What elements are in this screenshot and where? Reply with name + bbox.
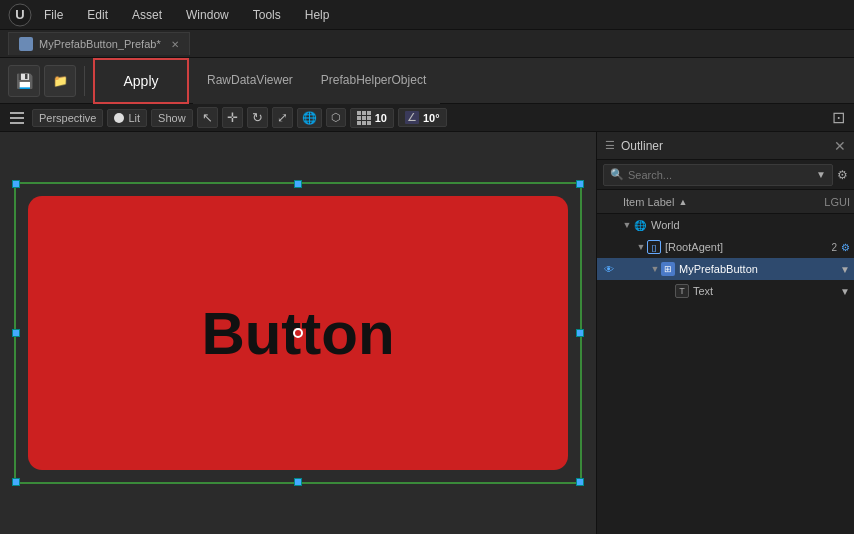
prefab-expand-arrow[interactable]: ▼: [649, 263, 661, 275]
tree-item-myprefab[interactable]: 👁 ▼ ⊞ MyPrefabButton ▼: [597, 258, 854, 280]
svg-text:U: U: [15, 7, 24, 22]
move-icon: ✛: [227, 110, 238, 125]
prefab-label: MyPrefabButton: [679, 263, 840, 275]
angle-snap-button[interactable]: ∠ 10°: [398, 108, 447, 127]
menu-help[interactable]: Help: [301, 6, 334, 24]
tab-bar: MyPrefabButton_Prefab* ✕: [0, 30, 854, 58]
menu-asset[interactable]: Asset: [128, 6, 166, 24]
search-icon: 🔍: [610, 168, 624, 181]
ue-logo: U: [8, 3, 32, 27]
handle-top-right[interactable]: [576, 180, 584, 188]
lit-button[interactable]: Lit: [107, 109, 147, 127]
center-handle[interactable]: [293, 328, 303, 338]
viewport-content: Button: [0, 132, 596, 534]
world-label: World: [651, 219, 850, 231]
toolbar-separator: [84, 66, 85, 96]
outliner-title: Outliner: [621, 139, 828, 153]
handle-bottom-right[interactable]: [576, 478, 584, 486]
world-icon: 🌐: [633, 218, 647, 232]
text-expand-arrow: [663, 285, 675, 297]
raw-data-tab[interactable]: RawDataViewer: [193, 58, 307, 104]
tree-item-rootagent[interactable]: ▼ [] [RootAgent] 2 ⚙: [597, 236, 854, 258]
search-dropdown-arrow[interactable]: ▼: [816, 169, 826, 180]
handle-middle-right[interactable]: [576, 329, 584, 337]
grid-icon: [357, 111, 371, 125]
folder-icon: 📁: [53, 74, 68, 88]
tree-item-text[interactable]: T Text ▼: [597, 280, 854, 302]
widget-outer: Button: [14, 182, 582, 484]
folder-button[interactable]: 📁: [44, 65, 76, 97]
toolbar-tabs: RawDataViewer PrefabHelperObject: [193, 58, 846, 104]
expand-icon: ⊡: [832, 108, 845, 127]
angle-icon: ∠: [405, 111, 419, 124]
toolbar: 💾 📁 Apply RawDataViewer PrefabHelperObje…: [0, 58, 854, 104]
world-expand-arrow[interactable]: ▼: [621, 219, 633, 231]
select-tool[interactable]: ↖: [197, 107, 218, 128]
handle-bottom-center[interactable]: [294, 478, 302, 486]
outliner-search-bar: 🔍 ▼ ⚙: [597, 160, 854, 190]
move-tool[interactable]: ✛: [222, 107, 243, 128]
prefab-helper-tab[interactable]: PrefabHelperObject: [307, 58, 440, 104]
sort-arrow-icon: ▲: [678, 197, 687, 207]
tab-close-button[interactable]: ✕: [171, 39, 179, 50]
grid-snap-button[interactable]: 10: [350, 108, 394, 128]
visibility-eye-icon[interactable]: 👁: [601, 261, 617, 277]
expand-button[interactable]: ⊡: [828, 108, 848, 128]
outliner-close-button[interactable]: ✕: [834, 138, 846, 154]
show-button[interactable]: Show: [151, 109, 193, 127]
handle-top-center[interactable]: [294, 180, 302, 188]
menu-edit[interactable]: Edit: [83, 6, 112, 24]
lgui-col-header: LGUI: [810, 196, 850, 208]
snap-surface-button[interactable]: ⬡: [326, 108, 346, 127]
lit-label: Lit: [128, 112, 140, 124]
search-box[interactable]: 🔍 ▼: [603, 164, 833, 186]
world-grid-button[interactable]: 🌐: [297, 108, 322, 128]
menu-file[interactable]: File: [40, 6, 67, 24]
agent-icon: []: [647, 240, 661, 254]
handle-middle-left[interactable]: [12, 329, 20, 337]
tab-label: MyPrefabButton_Prefab*: [39, 38, 161, 50]
angle-snap-value: 10°: [423, 112, 440, 124]
rootagent-expand-arrow[interactable]: ▼: [635, 241, 647, 253]
rotate-tool[interactable]: ↻: [247, 107, 268, 128]
select-icon: ↖: [202, 110, 213, 125]
menu-window[interactable]: Window: [182, 6, 233, 24]
handle-bottom-left[interactable]: [12, 478, 20, 486]
apply-button[interactable]: Apply: [93, 58, 189, 104]
tree-item-world[interactable]: ▼ 🌐 World: [597, 214, 854, 236]
rotate-icon: ↻: [252, 110, 263, 125]
viewport[interactable]: Button: [0, 132, 596, 534]
menu-bar: File Edit Asset Window Tools Help: [40, 6, 333, 24]
title-bar: U File Edit Asset Window Tools Help: [0, 0, 854, 30]
text-chevron-icon: ▼: [840, 286, 850, 297]
scale-tool[interactable]: ⤢: [272, 107, 293, 128]
world-icon: 🌐: [302, 111, 317, 125]
menu-tools[interactable]: Tools: [249, 6, 285, 24]
rootagent-settings-icon: ⚙: [841, 242, 850, 253]
widget-container[interactable]: Button: [14, 182, 582, 484]
search-input[interactable]: [628, 169, 812, 181]
main-area: Button ☰ Outliner ✕ 🔍 ▼ ⚙ Item Lab: [0, 132, 854, 534]
active-tab[interactable]: MyPrefabButton_Prefab* ✕: [8, 32, 190, 55]
outliner-panel: ☰ Outliner ✕ 🔍 ▼ ⚙ Item Label ▲ LGUI: [596, 132, 854, 534]
outliner-column-headers: Item Label ▲ LGUI: [597, 190, 854, 214]
perspective-label: Perspective: [39, 112, 96, 124]
show-label: Show: [158, 112, 186, 124]
item-label-text: Item Label: [623, 196, 674, 208]
text-icon: T: [675, 284, 689, 298]
settings-gear-icon[interactable]: ⚙: [837, 168, 848, 182]
outliner-tree: ▼ 🌐 World ▼ [] [RootAgent] 2 ⚙ 👁 ▼ ⊞ My: [597, 214, 854, 534]
prefab-icon: ⊞: [661, 262, 675, 276]
snap-icon: ⬡: [331, 111, 341, 124]
viewport-toolbar: Perspective Lit Show ↖ ✛ ↻ ⤢ 🌐 ⬡ 10 ∠ 10…: [0, 104, 854, 132]
hamburger-menu[interactable]: [6, 107, 28, 129]
outliner-icon: ☰: [605, 139, 615, 152]
lit-icon: [114, 113, 124, 123]
save-icon: 💾: [16, 73, 33, 89]
item-label-col-header[interactable]: Item Label ▲: [623, 196, 810, 208]
handle-top-left[interactable]: [12, 180, 20, 188]
rootagent-badge: 2: [831, 242, 837, 253]
perspective-button[interactable]: Perspective: [32, 109, 103, 127]
save-button[interactable]: 💾: [8, 65, 40, 97]
prefab-button-widget[interactable]: Button: [28, 196, 568, 470]
